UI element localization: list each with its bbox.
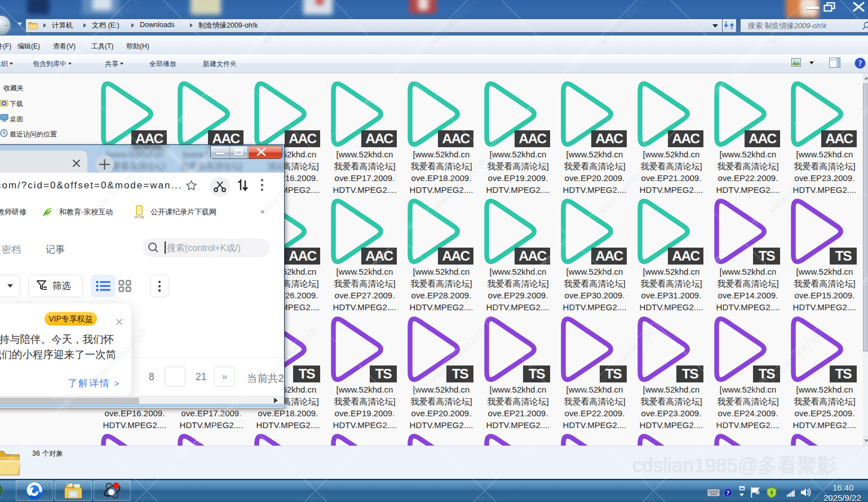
svg-text:OPCASE: OPCASE [134,216,144,219]
svg-text:?: ? [858,59,862,68]
svg-text:?: ? [727,489,730,497]
